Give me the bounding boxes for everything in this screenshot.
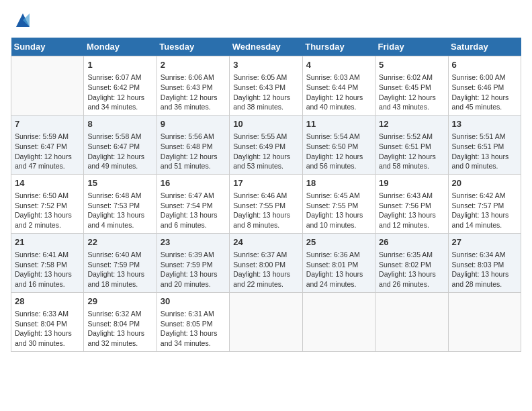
calendar-header-row: SundayMondayTuesdayWednesdayThursdayFrid… <box>11 38 521 56</box>
calendar-cell: 17Sunrise: 6:46 AMSunset: 7:55 PMDayligh… <box>230 174 302 233</box>
header-sunday: Sunday <box>11 38 84 56</box>
day-number: 5 <box>379 59 444 71</box>
day-number: 26 <box>379 236 444 248</box>
day-number: 25 <box>306 236 371 248</box>
day-number: 6 <box>452 59 517 71</box>
day-number: 22 <box>87 236 152 248</box>
day-number: 30 <box>161 295 226 308</box>
calendar-cell: 19Sunrise: 6:43 AMSunset: 7:56 PMDayligh… <box>375 174 448 233</box>
calendar-cell: 25Sunrise: 6:36 AMSunset: 8:01 PMDayligh… <box>302 233 375 292</box>
calendar-cell: 9Sunrise: 5:56 AMSunset: 6:48 PMDaylight… <box>157 115 229 174</box>
calendar-cell: 18Sunrise: 6:45 AMSunset: 7:55 PMDayligh… <box>302 174 375 233</box>
logo-icon <box>13 11 32 30</box>
day-info: Sunrise: 5:54 AMSunset: 6:50 PMDaylight:… <box>306 132 371 171</box>
day-info: Sunrise: 6:42 AMSunset: 7:57 PMDaylight:… <box>452 191 517 230</box>
day-number: 27 <box>452 236 517 248</box>
calendar-week-1: 1Sunrise: 6:07 AMSunset: 6:42 PMDaylight… <box>11 56 521 116</box>
calendar-cell: 1Sunrise: 6:07 AMSunset: 6:42 PMDaylight… <box>84 56 157 116</box>
calendar-cell: 28Sunrise: 6:33 AMSunset: 8:04 PMDayligh… <box>11 292 84 351</box>
day-info: Sunrise: 6:37 AMSunset: 8:00 PMDaylight:… <box>233 250 298 289</box>
header-monday: Monday <box>84 38 157 56</box>
day-number: 20 <box>452 177 517 189</box>
day-info: Sunrise: 5:56 AMSunset: 6:48 PMDaylight:… <box>161 132 226 171</box>
day-info: Sunrise: 5:51 AMSunset: 6:51 PMDaylight:… <box>452 132 517 171</box>
calendar-cell: 24Sunrise: 6:37 AMSunset: 8:00 PMDayligh… <box>230 233 302 292</box>
calendar-cell: 5Sunrise: 6:02 AMSunset: 6:45 PMDaylight… <box>375 56 448 116</box>
day-info: Sunrise: 6:45 AMSunset: 7:55 PMDaylight:… <box>306 191 371 230</box>
day-info: Sunrise: 6:39 AMSunset: 7:59 PMDaylight:… <box>161 250 226 289</box>
header-wednesday: Wednesday <box>230 38 302 56</box>
day-number: 10 <box>233 118 298 130</box>
day-number: 23 <box>161 236 226 248</box>
calendar-cell: 13Sunrise: 5:51 AMSunset: 6:51 PMDayligh… <box>448 115 521 174</box>
day-info: Sunrise: 6:36 AMSunset: 8:01 PMDaylight:… <box>306 250 371 289</box>
day-info: Sunrise: 5:58 AMSunset: 6:47 PMDaylight:… <box>87 132 152 171</box>
calendar-cell: 23Sunrise: 6:39 AMSunset: 7:59 PMDayligh… <box>157 233 229 292</box>
calendar-cell: 29Sunrise: 6:32 AMSunset: 8:04 PMDayligh… <box>84 292 157 351</box>
calendar-cell: 21Sunrise: 6:41 AMSunset: 7:58 PMDayligh… <box>11 233 84 292</box>
day-number: 19 <box>379 177 444 189</box>
day-info: Sunrise: 6:06 AMSunset: 6:43 PMDaylight:… <box>161 73 226 112</box>
day-info: Sunrise: 6:00 AMSunset: 6:46 PMDaylight:… <box>452 73 517 112</box>
day-info: Sunrise: 6:47 AMSunset: 7:54 PMDaylight:… <box>161 191 226 230</box>
day-number: 12 <box>379 118 444 130</box>
day-info: Sunrise: 6:33 AMSunset: 8:04 PMDaylight:… <box>15 309 80 349</box>
day-info: Sunrise: 5:59 AMSunset: 6:47 PMDaylight:… <box>15 132 80 171</box>
calendar-cell: 3Sunrise: 6:05 AMSunset: 6:43 PMDaylight… <box>230 56 302 116</box>
day-number: 18 <box>306 177 371 189</box>
day-number: 8 <box>87 118 152 130</box>
day-number: 14 <box>15 177 80 189</box>
day-info: Sunrise: 6:46 AMSunset: 7:55 PMDaylight:… <box>233 191 298 230</box>
day-info: Sunrise: 6:40 AMSunset: 7:59 PMDaylight:… <box>87 250 152 289</box>
page-header <box>11 11 521 30</box>
day-number: 9 <box>161 118 226 130</box>
calendar-cell <box>375 292 448 351</box>
day-info: Sunrise: 6:34 AMSunset: 8:03 PMDaylight:… <box>452 250 517 289</box>
day-info: Sunrise: 6:31 AMSunset: 8:05 PMDaylight:… <box>161 309 226 349</box>
calendar-cell: 6Sunrise: 6:00 AMSunset: 6:46 PMDaylight… <box>448 56 521 116</box>
calendar-table: SundayMondayTuesdayWednesdayThursdayFrid… <box>11 38 521 352</box>
calendar-cell: 16Sunrise: 6:47 AMSunset: 7:54 PMDayligh… <box>157 174 229 233</box>
day-info: Sunrise: 6:05 AMSunset: 6:43 PMDaylight:… <box>233 73 298 112</box>
logo <box>11 11 32 30</box>
calendar-cell: 4Sunrise: 6:03 AMSunset: 6:44 PMDaylight… <box>302 56 375 116</box>
day-info: Sunrise: 6:32 AMSunset: 8:04 PMDaylight:… <box>87 309 152 349</box>
calendar-cell: 10Sunrise: 5:55 AMSunset: 6:49 PMDayligh… <box>230 115 302 174</box>
day-info: Sunrise: 6:41 AMSunset: 7:58 PMDaylight:… <box>15 250 80 289</box>
day-info: Sunrise: 5:52 AMSunset: 6:51 PMDaylight:… <box>379 132 444 171</box>
calendar-cell: 15Sunrise: 6:48 AMSunset: 7:53 PMDayligh… <box>84 174 157 233</box>
day-number: 15 <box>87 177 152 189</box>
day-info: Sunrise: 6:07 AMSunset: 6:42 PMDaylight:… <box>87 73 152 112</box>
calendar-cell: 22Sunrise: 6:40 AMSunset: 7:59 PMDayligh… <box>84 233 157 292</box>
calendar-cell: 30Sunrise: 6:31 AMSunset: 8:05 PMDayligh… <box>157 292 229 351</box>
day-number: 3 <box>233 59 298 71</box>
calendar-cell: 26Sunrise: 6:35 AMSunset: 8:02 PMDayligh… <box>375 233 448 292</box>
calendar-cell: 12Sunrise: 5:52 AMSunset: 6:51 PMDayligh… <box>375 115 448 174</box>
calendar-cell: 8Sunrise: 5:58 AMSunset: 6:47 PMDaylight… <box>84 115 157 174</box>
day-number: 29 <box>87 295 152 308</box>
day-number: 4 <box>306 59 371 71</box>
day-number: 28 <box>15 295 80 308</box>
day-number: 11 <box>306 118 371 130</box>
day-info: Sunrise: 6:43 AMSunset: 7:56 PMDaylight:… <box>379 191 444 230</box>
day-number: 1 <box>87 59 152 71</box>
day-info: Sunrise: 6:35 AMSunset: 8:02 PMDaylight:… <box>379 250 444 289</box>
day-number: 7 <box>15 118 80 130</box>
header-friday: Friday <box>375 38 448 56</box>
calendar-cell <box>448 292 521 351</box>
calendar-cell <box>302 292 375 351</box>
calendar-cell <box>230 292 302 351</box>
header-thursday: Thursday <box>302 38 375 56</box>
calendar-cell: 14Sunrise: 6:50 AMSunset: 7:52 PMDayligh… <box>11 174 84 233</box>
calendar-cell: 11Sunrise: 5:54 AMSunset: 6:50 PMDayligh… <box>302 115 375 174</box>
day-number: 13 <box>452 118 517 130</box>
calendar-week-3: 14Sunrise: 6:50 AMSunset: 7:52 PMDayligh… <box>11 174 521 233</box>
day-info: Sunrise: 6:02 AMSunset: 6:45 PMDaylight:… <box>379 73 444 112</box>
day-info: Sunrise: 6:50 AMSunset: 7:52 PMDaylight:… <box>15 191 80 230</box>
calendar-week-5: 28Sunrise: 6:33 AMSunset: 8:04 PMDayligh… <box>11 292 521 351</box>
calendar-cell: 27Sunrise: 6:34 AMSunset: 8:03 PMDayligh… <box>448 233 521 292</box>
day-number: 24 <box>233 236 298 248</box>
header-tuesday: Tuesday <box>157 38 229 56</box>
day-number: 21 <box>15 236 80 248</box>
header-saturday: Saturday <box>448 38 521 56</box>
